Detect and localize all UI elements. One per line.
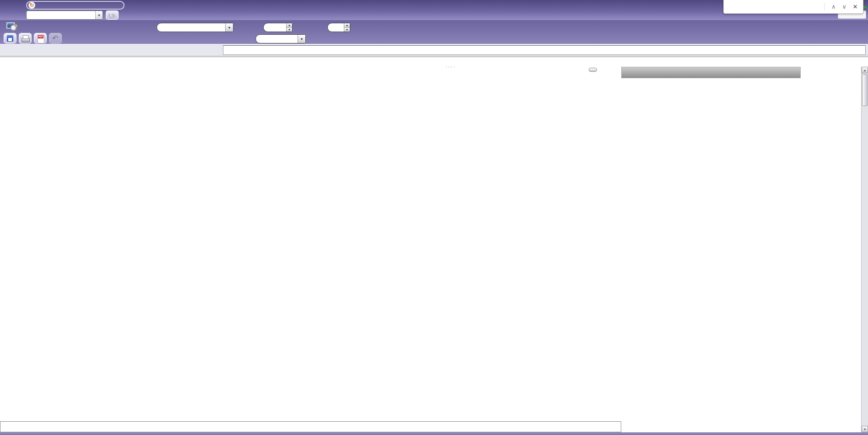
spin-up-icon[interactable]: ▲	[287, 23, 292, 28]
splitter-handle[interactable]: ····	[445, 64, 456, 70]
comments-row	[0, 44, 868, 56]
spin-up-icon[interactable]: ▲	[344, 23, 350, 28]
find-close-button[interactable]: ×	[850, 2, 858, 11]
scroll-up-arrow[interactable]: ▲	[862, 67, 868, 73]
chevron-down-icon: ▼	[298, 35, 305, 43]
work-allocation-table: ···· ▲ ▼	[0, 56, 868, 432]
spinner[interactable]: ▲▼	[344, 23, 350, 32]
table-header-row	[0, 82, 860, 91]
project-select[interactable]: ▼	[26, 11, 103, 20]
real-work-allocation-icon	[5, 22, 17, 31]
spin-down-icon[interactable]: ▼	[287, 28, 292, 32]
undo-button[interactable]	[49, 33, 62, 43]
week-value	[328, 23, 344, 32]
print-button[interactable]	[19, 33, 32, 43]
resource-select[interactable]: ▼	[157, 23, 233, 32]
screen-header: ▼ ▲▼ ▲▼ ▼	[0, 20, 868, 44]
week-stepper[interactable]: ▲▼	[327, 23, 350, 32]
week-range-header	[621, 67, 801, 78]
totals-row	[0, 421, 860, 432]
toolbar-overflow-arrow[interactable]: ▶	[863, 3, 868, 10]
first-day-select[interactable]: ▼	[255, 34, 306, 43]
year-value	[264, 23, 286, 32]
all-menus-dropdown[interactable]: ↻	[26, 1, 125, 10]
spinner[interactable]: ▲▼	[286, 23, 292, 32]
refresh-icon: ↻	[28, 2, 35, 9]
vertical-scrollbar[interactable]: ▲ ▼	[861, 67, 868, 432]
find-next-button[interactable]: ∨	[839, 3, 850, 10]
divider	[824, 3, 825, 11]
pdf-export-button[interactable]	[34, 33, 47, 43]
divider	[0, 56, 868, 58]
validate-area	[564, 68, 621, 71]
unit-footer	[0, 421, 621, 432]
table-rows	[0, 91, 860, 421]
find-bar: ∧ ∨ ×	[723, 0, 863, 14]
project-settings-button[interactable]	[106, 11, 119, 20]
chevron-down-icon: ▼	[95, 11, 103, 19]
spin-down-icon[interactable]: ▼	[344, 28, 350, 32]
top-menu-bar: ↻ ▼ ∧ ∨ × ▶	[0, 0, 868, 20]
year-stepper[interactable]: ▲▼	[263, 23, 293, 32]
find-previous-button[interactable]: ∧	[828, 3, 839, 10]
validate-work-button[interactable]	[589, 68, 597, 71]
save-button[interactable]	[4, 33, 16, 43]
bottom-strip	[0, 432, 868, 435]
chevron-down-icon: ▼	[225, 23, 233, 32]
scrollbar-thumb[interactable]	[862, 74, 868, 106]
wrench-icon	[108, 12, 116, 18]
next-date-header	[801, 67, 860, 78]
comments-input[interactable]	[223, 45, 866, 55]
scroll-down-arrow[interactable]: ▼	[862, 426, 868, 432]
